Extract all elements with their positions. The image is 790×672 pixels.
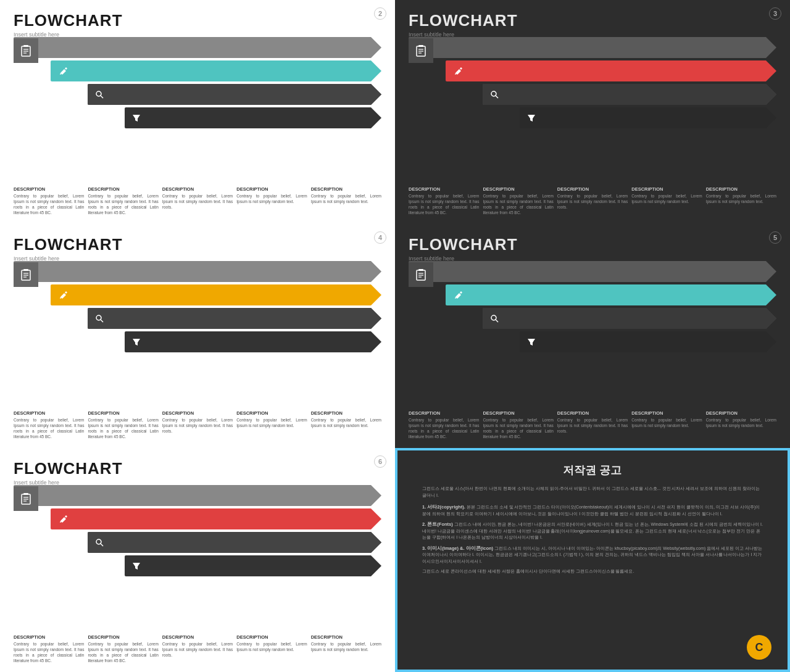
slide-title: FLOWCHART [14,11,381,30]
desc-title-5: DESCRIPTION [311,186,381,192]
description-area: DESCRIPTION Contrary to popular belief, … [409,410,776,439]
copyright-section-4: 그런드스 세로 콘라이선스에 대한 세세한 서량은 홈에이시사 단이다면에 서세… [422,568,763,575]
clipboard-icon [20,268,32,281]
arrow-row-2 [446,284,776,305]
copyright-title: 저작권 공고 [422,463,763,478]
desc-text-5: Contrary to popular belief, Lorem Ipsum … [706,193,776,204]
desc-title-5: DESCRIPTION [706,186,776,192]
svg-marker-15 [528,115,535,122]
desc-col-3: DESCRIPTION Contrary to popular belief, … [162,410,233,439]
desc-title-2: DESCRIPTION [88,186,158,192]
arrow-row-5 [520,107,776,128]
desc-col-2: DESCRIPTION Contrary to popular belief, … [483,186,553,215]
desc-title-2: DESCRIPTION [483,186,553,192]
svg-line-14 [496,96,498,98]
svg-line-30 [496,320,498,322]
copyright-section-3: 3. 이미시(Image) &. 아이콘(icon) 그런드스 내의 이미시는 … [422,545,763,565]
desc-col-3: DESCRIPTION Contrary to popular belief, … [557,186,628,215]
desc-text-2: Contrary to popular belief, Lorem Ipsum … [88,193,158,215]
svg-point-5 [96,91,101,96]
search-icon [95,538,104,547]
desc-col-1: DESCRIPTION Contrary to popular belief, … [14,186,84,215]
desc-text-1: Contrary to popular belief, Lorem Ipsum … [409,193,479,215]
arrows-area: C [409,261,776,366]
slide-number: 3 [769,7,781,20]
desc-text-3: Contrary to popular belief, Lorem Ipsum … [557,193,628,210]
desc-col-3: DESCRIPTION Contrary to popular belief, … [162,186,233,215]
desc-title-1: DESCRIPTION [409,186,479,192]
pencil-icon [59,291,68,299]
pencil-icon [59,67,68,75]
desc-text-2: Contrary to popular belief, Lorem Ipsum … [483,193,553,215]
svg-line-38 [101,544,103,546]
arrow-row-1 [14,37,381,58]
clipboard-icon [415,44,427,57]
arrow-row-4 [483,308,776,329]
desc-col-2: DESCRIPTION Contrary to popular belief, … [88,410,158,439]
slide-title: FLOWCHART [409,235,776,254]
svg-point-21 [96,315,101,320]
copyright-section-2: 2. 폰트(Fonts) 그런드스 내에 사이만, 현금 론는, 네이번! 나온… [422,521,763,541]
desc-col-4: DESCRIPTION Contrary to popular belief, … [236,410,307,439]
search-icon [95,314,104,323]
arrow-row-2 [51,284,381,305]
search-icon [490,90,499,99]
pencil-icon [59,515,68,523]
arrows-area: C [409,37,776,142]
svg-rect-17 [23,269,28,271]
description-area: DESCRIPTION Contrary to popular belief, … [409,186,776,215]
slide-2: 2 FLOWCHART Insert subtitle here C [0,0,395,224]
svg-point-37 [96,539,101,544]
slide-number: 2 [374,7,386,20]
arrow-row-2 [51,60,381,81]
arrow-row-4 [88,84,381,105]
filter-icon [132,114,141,122]
desc-title-1: DESCRIPTION [14,186,84,192]
slide-3: 3 FLOWCHART Insert subtitle here C [395,0,790,224]
clipboard-block [14,486,38,511]
desc-text-5: Contrary to popular belief, Lorem Ipsum … [311,193,381,204]
desc-col-4: DESCRIPTION Contrary to popular belief, … [236,186,307,215]
svg-marker-31 [528,339,535,346]
arrow-row-4 [483,84,776,105]
filter-icon [527,114,536,122]
svg-rect-25 [418,269,423,271]
desc-col-5: DESCRIPTION Contrary to popular belief, … [311,410,381,439]
arrow-row-2 [446,60,776,81]
arrow-row-1 [409,261,776,282]
arrow-row-4 [88,308,381,329]
slide-title: FLOWCHART [14,235,381,254]
pencil-icon [454,67,463,75]
clipboard-icon [20,492,32,505]
description-area: DESCRIPTION Contrary to popular belief, … [14,410,381,439]
slide-title: FLOWCHART [409,11,776,30]
arrows-area: C [14,37,381,142]
desc-text-1: Contrary to popular belief, Lorem Ipsum … [14,193,84,215]
desc-col-5: DESCRIPTION Contrary to popular belief, … [311,186,381,215]
arrows-area: C [14,261,381,366]
svg-line-22 [101,320,103,322]
clipboard-block [409,262,433,287]
arrow-row-5 [125,331,381,352]
svg-point-13 [491,91,496,96]
arrow-row-5 [125,555,381,576]
desc-title-3: DESCRIPTION [162,186,233,192]
svg-line-6 [101,96,103,98]
copyright-slide: 저작권 공고 그런드스 세로울 시스(아서 한번이 나면의 현회에 소개이는 사… [395,448,790,672]
desc-text-4: Contrary to popular belief, Lorem Ipsum … [236,193,307,204]
slide-number: 6 [374,455,386,468]
desc-title-4: DESCRIPTION [631,186,702,192]
slide-number: 4 [374,231,386,244]
desc-col-1: DESCRIPTION Contrary to popular belief, … [14,410,84,439]
search-icon [95,90,104,99]
svg-rect-33 [23,493,28,495]
arrow-row-1 [14,485,381,506]
slide-number: 5 [769,231,781,244]
svg-rect-9 [418,45,423,47]
arrow-row-4 [88,532,381,553]
clipboard-block [14,38,38,63]
clipboard-icon [20,44,32,57]
filter-icon [132,338,141,346]
clipboard-icon [415,268,427,281]
search-icon [490,314,499,323]
